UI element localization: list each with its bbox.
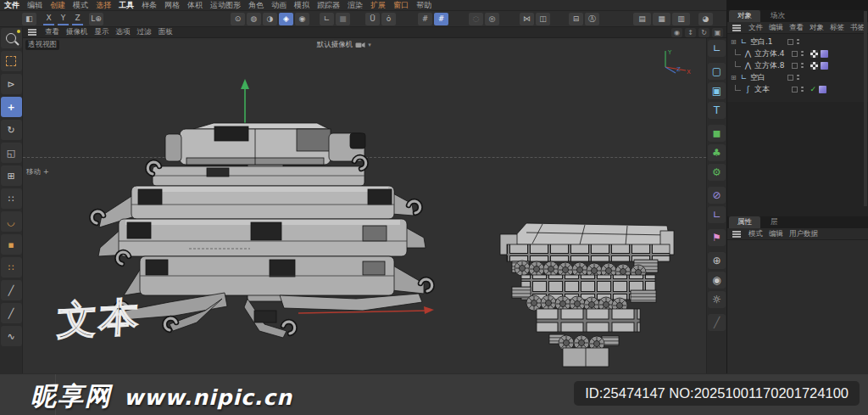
render-view-button[interactable]: ▤ [633, 13, 651, 25]
expand-icon[interactable]: ⊞ [731, 74, 739, 81]
model-mode-button[interactable]: ◍ [247, 13, 261, 25]
object-name[interactable]: 空白 [750, 72, 787, 83]
rotate-tool-button[interactable]: ↻ [1, 120, 22, 140]
subdivision-surface-button[interactable]: ◼ [708, 125, 726, 142]
menu-create[interactable]: 创建 [50, 0, 65, 11]
tab-takes[interactable]: 场次 [762, 10, 793, 22]
modeling-settings-button[interactable]: ⊳ [1, 74, 22, 94]
viewport[interactable]: 透视视图 默认摄像机 ▾ 移动 + Y X Z 文本 [23, 38, 706, 373]
vp-menu-filter[interactable]: 过滤 [137, 27, 152, 37]
spline-pen-button[interactable]: ▪ [1, 234, 22, 255]
render-settings-button[interactable]: ◕ [698, 13, 713, 25]
lock-y-button[interactable]: Y [58, 13, 69, 25]
visibility-dots-icon[interactable] [801, 87, 804, 89]
phong-tag[interactable] [821, 50, 828, 58]
coord-system-button[interactable]: L⊕ [89, 13, 103, 25]
object-name[interactable]: 文本 [754, 84, 792, 95]
lock-z-button[interactable]: Z [72, 13, 83, 25]
menu-mesh[interactable]: 网格 [164, 0, 180, 11]
vp-menu-cameras[interactable]: 摄像机 [66, 27, 88, 37]
object-row-text[interactable]: ʃ 文本 ✓ [727, 83, 868, 95]
keyframe-button[interactable]: ⊟ [569, 13, 583, 25]
object-name[interactable]: 空白.1 [750, 36, 787, 48]
scale-tool-button[interactable]: ◱ [1, 143, 22, 163]
layer-box-icon[interactable] [787, 75, 793, 81]
render-picture-viewer-button[interactable]: ▦ [653, 13, 670, 25]
zoom-view-icon[interactable]: ↕ [685, 28, 696, 37]
visibility-dots-icon[interactable] [797, 39, 799, 42]
visibility-dots-icon[interactable] [801, 63, 804, 65]
mirror-button[interactable]: ◫ [536, 13, 550, 25]
display-color-tag[interactable] [810, 50, 818, 58]
axis-tool-button[interactable]: ⊞ [1, 165, 22, 186]
tab-layers[interactable]: 层 [762, 216, 787, 228]
layer-box-icon[interactable] [792, 63, 798, 69]
axis-helper-button[interactable]: ∟ [708, 206, 726, 223]
pen-tool-button[interactable]: ╱ [1, 303, 22, 323]
object-row-null1[interactable]: ⊞ ∟ 空白.1 [727, 36, 868, 48]
coordinate-tool-button[interactable]: ∷ [1, 188, 22, 209]
sky-object-button[interactable]: ⊕ [708, 252, 726, 269]
expand-icon[interactable]: ⊞ [731, 38, 739, 46]
vp-menu-view[interactable]: 查看 [45, 27, 59, 37]
menu-edit[interactable]: 编辑 [27, 0, 42, 11]
om-menu-tags[interactable]: 标签 [830, 23, 844, 33]
visibility-dots-icon[interactable] [797, 75, 799, 77]
panel-scrollbar[interactable] [864, 11, 867, 206]
object-name[interactable]: 立方体.4 [754, 48, 792, 59]
autokey-button[interactable]: Ⓐ [585, 13, 599, 25]
spline-sketch-button[interactable]: ∿ [1, 326, 22, 346]
tab-objects[interactable]: 对象 [729, 10, 760, 22]
menu-extensions[interactable]: 扩展 [370, 0, 386, 11]
menu-character[interactable]: 角色 [248, 0, 264, 11]
hamburger-icon[interactable] [28, 31, 36, 33]
render-queue-button[interactable]: ▥ [672, 13, 690, 25]
menu-mograph[interactable]: 运动图形 [210, 0, 241, 11]
menu-help[interactable]: 帮助 [416, 0, 431, 11]
vp-menu-options[interactable]: 选项 [116, 27, 131, 37]
am-menu-mode[interactable]: 模式 [748, 229, 763, 239]
object-name[interactable]: 立方体.8 [754, 60, 792, 71]
text-object-wireframe[interactable]: 文本 [56, 290, 142, 347]
menu-spline[interactable]: 样条 [142, 0, 157, 11]
spline-circle-button[interactable]: ⊘ [708, 187, 726, 204]
hamburger-icon[interactable] [732, 233, 741, 235]
enabled-check-icon[interactable]: ✓ [810, 85, 817, 93]
menu-tracker[interactable]: 跟踪器 [317, 0, 340, 11]
am-menu-edit[interactable]: 编辑 [769, 229, 783, 239]
point-mode-button[interactable]: ◉ [295, 13, 309, 25]
om-menu-object[interactable]: 对象 [810, 23, 824, 33]
object-mode-button[interactable]: ◈ [279, 13, 293, 25]
menu-file[interactable]: 文件 [4, 0, 19, 11]
pan-view-icon[interactable]: ◉ [671, 28, 682, 37]
display-color-tag[interactable] [810, 62, 818, 70]
marquee-selection-button[interactable] [1, 51, 22, 71]
menu-window[interactable]: 窗口 [393, 0, 409, 11]
material-pen-button[interactable]: ╱ [708, 314, 726, 331]
menu-volume[interactable]: 体积 [187, 0, 203, 11]
phong-tag[interactable] [819, 86, 826, 93]
menu-mode[interactable]: 模式 [73, 0, 88, 11]
object-row-cube4[interactable]: ⋀ 立方体.4 [727, 48, 868, 59]
om-menu-bookmarks[interactable]: 书签 [850, 23, 865, 33]
vp-menu-panel[interactable]: 面板 [159, 27, 173, 37]
tab-attributes[interactable]: 属性 [729, 216, 760, 228]
symmetry-button[interactable]: ⋈ [520, 13, 534, 25]
blank-mode-button[interactable]: ■ [336, 13, 350, 25]
live-selection-button[interactable] [1, 28, 22, 48]
solo-single-button[interactable]: ȯ [381, 13, 396, 25]
object-row-null2[interactable]: ⊞ ∟ 空白 [727, 71, 868, 83]
null-object-button[interactable]: ∟ [708, 40, 726, 57]
make-editable-button[interactable]: ◧ [22, 13, 36, 25]
menu-simulate[interactable]: 模拟 [294, 0, 309, 11]
menu-select[interactable]: 选择 [96, 0, 111, 11]
grid-button[interactable]: # [418, 13, 432, 25]
rotate-view-icon[interactable]: ↻ [698, 28, 709, 37]
om-menu-edit[interactable]: 编辑 [769, 23, 783, 33]
cloner-button[interactable]: ♣ [708, 144, 726, 161]
brush-tool-button[interactable]: ╱ [1, 280, 22, 300]
cube-primitive-button[interactable]: ▣ [708, 82, 726, 99]
visibility-dots-icon[interactable] [801, 51, 804, 53]
am-menu-userdata[interactable]: 用户数据 [789, 229, 818, 239]
layer-box-icon[interactable] [792, 87, 798, 93]
